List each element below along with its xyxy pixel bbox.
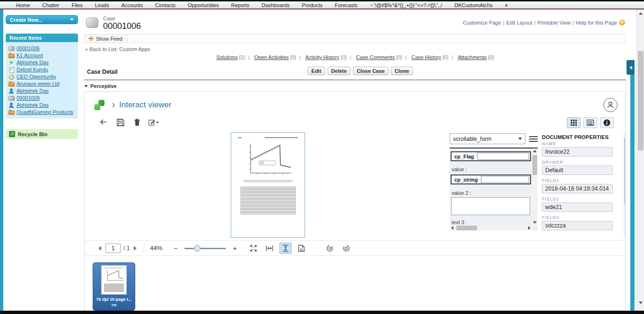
form-select[interactable]: scrollable_form xyxy=(450,133,525,144)
save-button[interactable] xyxy=(115,118,126,127)
edit-button[interactable]: Edit xyxy=(308,67,325,75)
field1-field[interactable]: 2018-04-16 04:19:34.014 xyxy=(542,184,613,193)
annotate-menu-button[interactable] xyxy=(148,118,159,127)
recent-item-link[interactable]: Abhishek Das xyxy=(17,88,49,94)
scroll-left-icon[interactable] xyxy=(451,226,453,230)
tab-dkcustomatchs[interactable]: DKCustomAtchs xyxy=(454,2,493,8)
delete-button[interactable]: Delete xyxy=(327,67,350,75)
tab-products[interactable]: Products xyxy=(302,2,322,8)
previous-page-button[interactable] xyxy=(97,245,103,251)
user-avatar-button[interactable] xyxy=(603,98,618,112)
activity-history-link-label[interactable]: Activity History xyxy=(305,54,339,60)
tab-contacts[interactable]: Contacts xyxy=(155,2,175,8)
fit-window-button[interactable] xyxy=(247,243,260,254)
next-page-button[interactable] xyxy=(132,245,138,251)
delete-document-button[interactable] xyxy=(132,118,142,127)
recent-item-link[interactable]: CEO Opportunity xyxy=(17,74,56,79)
back-button[interactable] xyxy=(99,118,109,127)
recent-item-link[interactable]: Deboit Kundu xyxy=(17,67,48,72)
actual-size-button[interactable] xyxy=(296,243,308,254)
create-new-button[interactable]: Create New... xyxy=(6,15,78,24)
zoom-out-button[interactable]: − xyxy=(171,244,181,252)
form-menu-icon[interactable] xyxy=(529,136,538,142)
case-comments-link-label[interactable]: Case Comments xyxy=(356,54,395,60)
property-group: NAME Invoice22 xyxy=(542,141,618,157)
help-page-link[interactable]: Help for this Page xyxy=(576,20,617,26)
properties-scrollbar[interactable] xyxy=(624,133,625,237)
sidebar-accent-strip xyxy=(0,9,3,311)
cp-flag-input[interactable] xyxy=(477,153,529,160)
recent-item-link[interactable]: QuadNGaming Products xyxy=(17,109,73,115)
tab-files[interactable]: Files xyxy=(71,2,82,8)
rotate-right-button[interactable] xyxy=(340,243,352,254)
open-activities-link-label[interactable]: Open Activities xyxy=(254,54,289,60)
field3-field[interactable]: sdczzza xyxy=(542,221,613,230)
page-scrollbar[interactable] xyxy=(636,9,644,311)
slider-thumb[interactable] xyxy=(194,245,200,252)
scrollbar-thumb[interactable] xyxy=(456,226,477,230)
printable-view-link[interactable]: Printable View xyxy=(538,20,571,26)
drawer-field[interactable]: Default xyxy=(542,166,613,175)
recent-item-link[interactable]: 00001006 xyxy=(17,45,40,51)
scroll-up-icon[interactable] xyxy=(639,12,643,15)
case-history-link-label[interactable]: Case History xyxy=(411,54,441,60)
tab-opportunities[interactable]: Opportunities xyxy=(188,2,218,8)
name-field[interactable]: Invoice22 xyxy=(542,147,613,157)
attachments-link-label[interactable]: Attachments xyxy=(458,54,487,60)
scroll-down-icon[interactable] xyxy=(639,302,643,304)
scrollbar-thumb[interactable] xyxy=(638,51,644,150)
document-properties-title: DOCUMENT PROPERTIES xyxy=(542,134,618,140)
fit-width-button[interactable] xyxy=(263,243,276,254)
grid-view-button[interactable] xyxy=(567,117,581,128)
form-view-button[interactable] xyxy=(583,117,597,128)
value2-textarea[interactable] xyxy=(451,197,530,215)
recent-item-link[interactable]: 00001009 xyxy=(17,95,40,101)
recent-items-title: Recent Items xyxy=(6,34,78,42)
recent-item-link[interactable]: Arunava green Ltd xyxy=(17,81,60,87)
edit-layout-link[interactable]: Edit Layout xyxy=(506,20,532,26)
tab-chatter[interactable]: Chatter xyxy=(42,2,59,8)
back-to-list-link[interactable]: « Back to List: Custom Apps xyxy=(85,46,630,52)
recent-item-link[interactable]: Abhishek Das xyxy=(17,60,49,65)
scroll-down-icon[interactable] xyxy=(533,221,537,224)
cp-string-input[interactable] xyxy=(481,176,529,183)
customize-page-link[interactable]: Customize Page xyxy=(463,20,501,26)
solutions-link-label[interactable]: Solutions xyxy=(216,54,237,60)
add-tab-icon[interactable]: + xyxy=(505,2,508,8)
sidebar-collapse-tab[interactable] xyxy=(627,60,635,75)
link-separator: | xyxy=(452,54,453,60)
scrollbar-thumb[interactable] xyxy=(624,138,625,204)
close-case-button[interactable]: Close Case xyxy=(353,67,388,75)
tab-leads[interactable]: Leads xyxy=(95,2,109,8)
form-horizontal-scrollbar[interactable] xyxy=(450,225,532,231)
thumbnail-page-image xyxy=(101,265,127,295)
clone-button[interactable]: Clone xyxy=(391,67,413,75)
scroll-up-icon[interactable] xyxy=(533,150,537,152)
zoom-slider[interactable] xyxy=(184,245,226,252)
info-button[interactable] xyxy=(600,117,614,128)
recent-item-link[interactable]: Abhishek Das xyxy=(17,102,49,108)
tab-reports[interactable]: Reports xyxy=(231,2,250,8)
tab-dashboards[interactable]: Dashboards xyxy=(261,2,289,8)
document-thumbnail-card[interactable]: 75 dpi 10 page t... TIF xyxy=(93,262,135,311)
show-feed-button[interactable]: Show Feed xyxy=(85,35,128,43)
field2-field[interactable]: wde21 xyxy=(542,202,613,212)
form-vertical-scrollbar[interactable] xyxy=(532,148,538,225)
viewer-toolbar xyxy=(85,113,625,129)
recent-item-link[interactable]: K1 Account xyxy=(17,52,43,58)
link-separator: | xyxy=(503,20,505,26)
document-page-preview[interactable] xyxy=(231,132,305,238)
rotate-left-button[interactable] xyxy=(324,243,336,254)
zoom-in-button[interactable]: + xyxy=(230,244,240,252)
perceptive-section-toggle[interactable]: Perceptive xyxy=(84,83,630,89)
tab-forecasts[interactable]: Forecasts xyxy=(335,2,357,8)
scroll-right-icon[interactable] xyxy=(528,226,531,230)
page-number-input[interactable] xyxy=(105,244,121,253)
recycle-bin-link[interactable]: ↺ Recycle Bin xyxy=(6,129,78,139)
help-icon[interactable]: ? xyxy=(619,19,625,26)
scrollbar-thumb[interactable] xyxy=(532,155,537,175)
tab-home[interactable]: Home xyxy=(16,2,30,8)
tab-accounts[interactable]: Accounts xyxy=(122,2,143,8)
tab-special-chars[interactable]: ~`!@#$%^&*()_+{}|:"<>?-=[]\;',./ xyxy=(370,2,442,8)
fit-height-button[interactable] xyxy=(279,243,292,254)
